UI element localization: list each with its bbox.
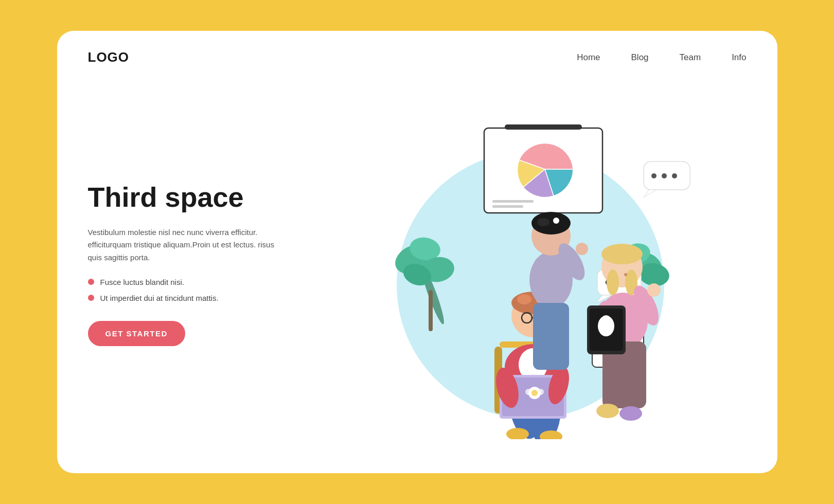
- bullet-list: Fusce luctus blandit nisi. Ut imperdiet …: [88, 278, 314, 302]
- svg-point-64: [601, 244, 643, 264]
- description: Vestibulum molestie nisl nec nunc viverr…: [88, 226, 283, 264]
- svg-point-18: [672, 173, 677, 178]
- chat-bubble-top: [644, 161, 690, 197]
- svg-point-16: [651, 173, 656, 178]
- svg-point-74: [602, 315, 610, 321]
- right-illustration: A: [314, 76, 747, 453]
- get-started-button[interactable]: GET STARTED: [88, 321, 185, 346]
- bullet-item-1: Fusce luctus blandit nisi.: [88, 278, 314, 286]
- svg-point-57: [537, 218, 549, 226]
- svg-point-60: [576, 243, 588, 255]
- svg-point-49: [538, 389, 544, 395]
- nav-links: Home Blog Team Info: [577, 52, 746, 63]
- plant-left: [390, 235, 456, 331]
- navbar: LOGO Home Blog Team Info: [57, 31, 777, 76]
- svg-point-48: [531, 390, 538, 396]
- svg-point-17: [662, 173, 667, 178]
- svg-marker-15: [644, 190, 656, 197]
- svg-rect-13: [492, 205, 523, 208]
- whiteboard: [484, 124, 602, 213]
- headline: Third space: [88, 182, 314, 212]
- svg-point-58: [553, 218, 559, 224]
- svg-rect-5: [429, 290, 433, 331]
- illustration-svg: A: [350, 89, 711, 439]
- bullet-dot-2: [88, 295, 94, 301]
- bullet-item-2: Ut imperdiet dui at tincidunt mattis.: [88, 294, 314, 302]
- svg-point-69: [647, 283, 661, 297]
- nav-item-home[interactable]: Home: [577, 52, 600, 63]
- svg-point-67: [624, 273, 627, 276]
- bullet-text-1: Fusce luctus blandit nisi.: [100, 278, 184, 286]
- person-standing-back: [529, 212, 590, 370]
- nav-item-blog[interactable]: Blog: [631, 52, 649, 63]
- main-card: LOGO Home Blog Team Info Third space Ves…: [57, 31, 777, 473]
- main-content: Third space Vestibulum molestie nisl nec…: [57, 76, 777, 473]
- svg-rect-14: [644, 161, 690, 190]
- svg-rect-12: [492, 200, 534, 203]
- left-section: Third space Vestibulum molestie nisl nec…: [88, 182, 314, 346]
- nav-item-info[interactable]: Info: [732, 52, 746, 63]
- svg-point-65: [607, 269, 619, 295]
- nav-item-team[interactable]: Team: [680, 52, 701, 63]
- svg-point-36: [517, 294, 531, 304]
- svg-rect-11: [505, 124, 582, 130]
- logo: LOGO: [88, 49, 130, 65]
- svg-rect-54: [533, 303, 569, 370]
- bullet-dot-1: [88, 279, 94, 285]
- svg-point-76: [619, 406, 642, 421]
- illustration-container: A: [350, 89, 711, 439]
- bullet-text-2: Ut imperdiet dui at tincidunt mattis.: [100, 294, 219, 302]
- svg-point-75: [596, 404, 619, 418]
- svg-point-50: [525, 389, 531, 395]
